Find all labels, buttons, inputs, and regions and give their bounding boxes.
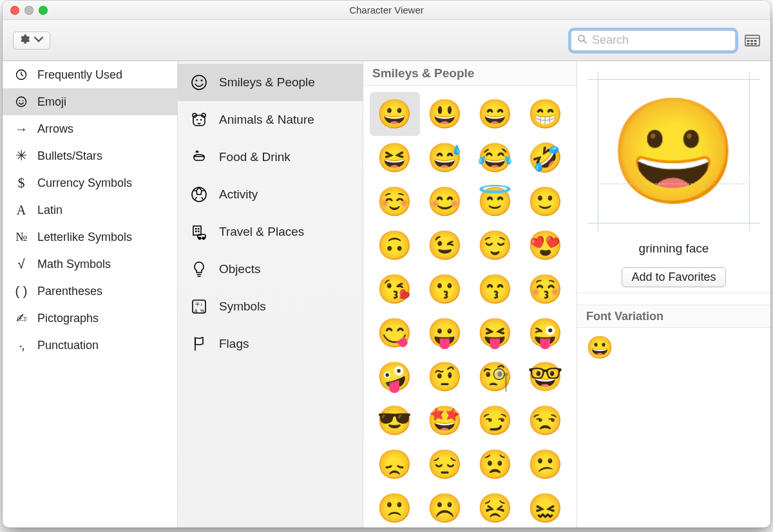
window-title: Character Viewer xyxy=(3,5,770,15)
subcategory-item[interactable]: Travel & Places xyxy=(178,213,363,251)
svg-point-13 xyxy=(23,100,24,101)
add-to-favorites-button[interactable]: Add to Favorites xyxy=(622,267,725,287)
emoji-cell[interactable]: 😆 xyxy=(370,136,420,180)
emoji-cell[interactable]: 😚 xyxy=(520,267,570,311)
svg-text:♪: ♪ xyxy=(200,302,203,307)
zoom-window-button[interactable] xyxy=(39,6,48,15)
emoji-cell[interactable]: 😕 xyxy=(520,442,570,486)
category-label: Currency Symbols xyxy=(37,176,132,190)
emoji-cell[interactable]: 😄 xyxy=(470,92,520,136)
emoji-cell[interactable]: 😂 xyxy=(470,136,520,180)
emoji-cell[interactable]: 😣 xyxy=(470,486,520,527)
emoji-cell[interactable]: 😝 xyxy=(470,311,520,355)
emoji-cell[interactable]: 😇 xyxy=(470,180,520,223)
subcategory-label: Food & Drink xyxy=(219,150,291,164)
emoji-cell[interactable]: 😞 xyxy=(370,442,420,486)
subcategory-label: Flags xyxy=(219,337,249,351)
subcategory-label: Objects xyxy=(219,262,260,276)
emoji-cell[interactable]: 😊 xyxy=(420,180,470,223)
emoji-cell[interactable]: 😗 xyxy=(420,267,470,311)
category-item[interactable]: ( )Parentheses xyxy=(3,278,177,305)
symbols-icon: 平♪&% xyxy=(189,297,209,316)
emoji-cell[interactable]: 😌 xyxy=(470,223,520,267)
svg-point-21 xyxy=(200,119,202,120)
category-label: Punctuation xyxy=(37,339,99,352)
font-variation-header: Font Variation xyxy=(577,305,770,328)
emoji-cell[interactable]: 😙 xyxy=(470,267,520,311)
svg-text:%: % xyxy=(200,309,204,313)
clock-icon xyxy=(13,68,30,81)
grid-scroll[interactable]: 😀😃😄😁😆😅😂🤣☺️😊😇🙂🙃😉😌😍😘😗😙😚😋😛😝😜🤪🤨🧐🤓😎🤩😏😒😞😔😟😕🙁☹️… xyxy=(363,86,577,527)
emoji-cell[interactable]: 🤩 xyxy=(420,399,470,442)
emoji-cell[interactable]: 🙁 xyxy=(370,486,420,527)
emoji-cell[interactable]: 😃 xyxy=(420,92,470,136)
emoji-cell[interactable]: 😒 xyxy=(520,399,570,442)
emoji-cell[interactable]: 🙃 xyxy=(370,223,420,267)
category-item[interactable]: √Math Symbols xyxy=(3,251,177,278)
emoji-cell[interactable]: 😎 xyxy=(370,399,420,442)
emoji-cell[interactable]: 😀 xyxy=(370,92,420,136)
category-label: Latin xyxy=(37,204,62,217)
emoji-cell[interactable]: 😁 xyxy=(520,92,570,136)
emoji-cell[interactable]: 🤪 xyxy=(370,355,420,399)
emoji-cell[interactable]: 😖 xyxy=(520,486,570,527)
arrow-icon: → xyxy=(13,122,30,137)
search-input[interactable] xyxy=(592,33,730,47)
subcategory-item[interactable]: 平♪&%Symbols xyxy=(178,288,363,325)
emoji-cell[interactable]: ☺️ xyxy=(370,180,420,223)
svg-rect-8 xyxy=(750,43,753,44)
search-field[interactable] xyxy=(571,30,736,51)
svg-rect-23 xyxy=(193,226,201,235)
emoji-cell[interactable]: 😅 xyxy=(420,136,470,180)
emoji-cell[interactable]: 😏 xyxy=(470,399,520,442)
emoji-cell[interactable]: 🤣 xyxy=(520,136,570,180)
flags-icon xyxy=(189,334,209,354)
settings-menu-button[interactable] xyxy=(13,32,50,50)
category-item[interactable]: ✍︎Pictographs xyxy=(3,305,177,332)
svg-rect-6 xyxy=(754,40,757,42)
subcategory-item[interactable]: Animals & Nature xyxy=(178,101,363,138)
character-grid-pane: Smileys & People 😀😃😄😁😆😅😂🤣☺️😊😇🙂🙃😉😌😍😘😗😙😚😋😛… xyxy=(363,61,577,527)
svg-rect-5 xyxy=(750,40,753,42)
subcategory-item[interactable]: Flags xyxy=(178,325,363,363)
category-item[interactable]: ∙,Punctuation xyxy=(3,332,177,359)
star-icon: ✳︎ xyxy=(13,147,30,164)
emoji-cell[interactable]: 😉 xyxy=(420,223,470,267)
emoji-cell[interactable]: 😜 xyxy=(520,311,570,355)
category-item[interactable]: →Arrows xyxy=(3,115,177,142)
emoji-cell[interactable]: 🤓 xyxy=(520,355,570,399)
emoji-cell[interactable]: 😍 xyxy=(520,223,570,267)
category-item[interactable]: $Currency Symbols xyxy=(3,169,177,196)
subcategory-item[interactable]: Activity xyxy=(178,176,363,213)
emoji-cell[interactable]: 🙂 xyxy=(520,180,570,223)
font-variation-item[interactable]: 😀 xyxy=(577,328,770,366)
close-window-button[interactable] xyxy=(10,6,19,15)
subcategory-label: Travel & Places xyxy=(219,225,304,239)
toolbar xyxy=(3,20,770,61)
subcategory-item[interactable]: Objects xyxy=(178,251,363,288)
emoji-cell[interactable]: 🤨 xyxy=(420,355,470,399)
subcategory-item[interactable]: Smileys & People xyxy=(178,64,363,101)
emoji-cell[interactable]: 😋 xyxy=(370,311,420,355)
emoji-cell[interactable]: 😔 xyxy=(420,442,470,486)
svg-point-0 xyxy=(578,35,584,41)
search-icon xyxy=(577,33,588,48)
emoji-cell[interactable]: 😛 xyxy=(420,311,470,355)
food-icon xyxy=(189,147,209,167)
emoji-cell[interactable]: 😟 xyxy=(470,442,520,486)
category-item[interactable]: Emoji xyxy=(3,88,177,115)
svg-rect-9 xyxy=(754,43,757,44)
traffic-lights xyxy=(10,6,48,15)
collapse-viewer-button[interactable] xyxy=(745,33,760,48)
emoji-icon xyxy=(13,95,30,108)
category-item[interactable]: №Letterlike Symbols xyxy=(3,223,177,251)
emoji-cell[interactable]: 🧐 xyxy=(470,355,520,399)
emoji-cell[interactable]: 😘 xyxy=(370,267,420,311)
minimize-window-button[interactable] xyxy=(24,6,33,15)
preview-frame: 😀 xyxy=(587,71,760,231)
category-item[interactable]: ✳︎Bullets/Stars xyxy=(3,142,177,169)
emoji-cell[interactable]: ☹️ xyxy=(420,486,470,527)
category-item[interactable]: Frequently Used xyxy=(3,61,177,88)
category-item[interactable]: ALatin xyxy=(3,196,177,223)
subcategory-item[interactable]: Food & Drink xyxy=(178,138,363,176)
